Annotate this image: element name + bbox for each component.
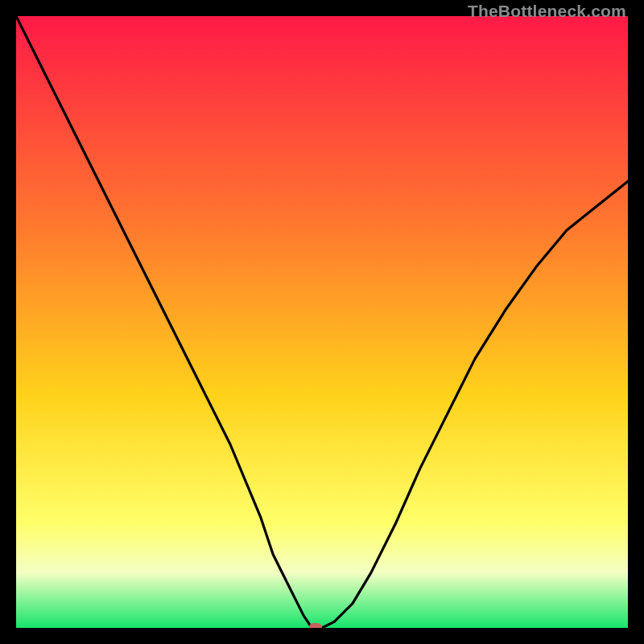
optimal-point-marker (309, 623, 322, 628)
plot-area (16, 16, 628, 628)
watermark-text: TheBottleneck.com (468, 2, 626, 21)
bottleneck-curve (16, 16, 628, 628)
chart-frame: TheBottleneck.com (0, 0, 644, 644)
